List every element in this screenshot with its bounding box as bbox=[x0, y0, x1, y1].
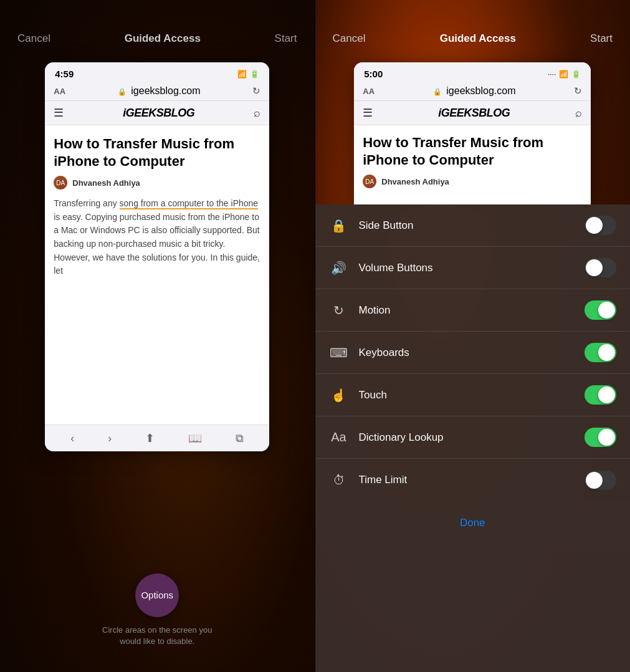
right-phone-mockup: 5:00 ···· 📶 🔋 AA 🔒 igeeksblog.com ↻ ☰ iG… bbox=[354, 62, 591, 204]
side-button-toggle[interactable] bbox=[585, 216, 616, 235]
left-author-avatar: DA bbox=[54, 176, 67, 190]
done-row: Done bbox=[315, 501, 631, 545]
dictionary-lookup-toggle-knob bbox=[598, 429, 615, 446]
right-wifi-icon: 📶 bbox=[559, 70, 568, 79]
right-phone-time: 5:00 bbox=[364, 69, 383, 79]
left-site-logo: iGEEKSBLOG bbox=[123, 107, 194, 120]
left-url: 🔒 igeeksblog.com bbox=[118, 85, 201, 97]
motion-icon: ↻ bbox=[329, 303, 349, 318]
time-limit-toggle-knob bbox=[586, 472, 603, 489]
right-address-bar: AA 🔒 igeeksblog.com ↻ bbox=[354, 82, 591, 101]
left-start-button[interactable]: Start bbox=[275, 32, 297, 45]
left-hamburger-icon[interactable]: ☰ bbox=[54, 106, 64, 120]
keyboards-icon: ⌨ bbox=[329, 345, 349, 360]
right-phone-content: How to Transfer Music from iPhone to Com… bbox=[354, 125, 591, 204]
dictionary-lookup-toggle[interactable] bbox=[585, 428, 616, 447]
left-search-icon[interactable]: ⌕ bbox=[254, 107, 260, 120]
right-hamburger-icon[interactable]: ☰ bbox=[363, 106, 373, 120]
left-address-bar: AA 🔒 igeeksblog.com ↻ bbox=[45, 82, 269, 101]
left-status-bar: 4:59 📶 🔋 bbox=[45, 62, 269, 82]
left-aa-button[interactable]: AA bbox=[54, 87, 65, 96]
settings-row-keyboards: ⌨Keyboards bbox=[315, 332, 631, 374]
right-author-avatar: DA bbox=[363, 175, 376, 188]
left-author-name: Dhvanesh Adhiya bbox=[72, 178, 140, 188]
touch-icon: ☝ bbox=[329, 388, 349, 403]
keyboards-toggle[interactable] bbox=[585, 343, 616, 362]
left-highlight-text: song from a computer to the iPhone bbox=[120, 198, 259, 209]
left-phone-content: How to Transfer Music from iPhone to Com… bbox=[45, 125, 269, 425]
left-lock-icon: 🔒 bbox=[118, 88, 126, 95]
settings-row-touch: ☝Touch bbox=[315, 374, 631, 416]
side-button-toggle-knob bbox=[586, 217, 603, 234]
settings-row-volume-buttons: 🔊Volume Buttons bbox=[315, 247, 631, 289]
left-nav-bar: ☰ iGEEKSBLOG ⌕ bbox=[45, 101, 269, 125]
right-aa-button[interactable]: AA bbox=[363, 87, 375, 96]
volume-buttons-toggle-knob bbox=[586, 259, 603, 276]
forward-icon[interactable]: › bbox=[108, 432, 112, 445]
settings-panel: 🔒Side Button🔊Volume Buttons↻Motion⌨Keybo… bbox=[315, 204, 631, 672]
left-author-row: DA Dhvanesh Adhiya bbox=[54, 176, 260, 190]
right-site-logo: iGEEKSBLOG bbox=[438, 107, 510, 120]
left-refresh-icon[interactable]: ↻ bbox=[252, 85, 260, 97]
left-bottom-area: Options Circle areas on the screen you w… bbox=[0, 574, 315, 647]
right-author-name: Dhvanesh Adhiya bbox=[381, 177, 449, 186]
volume-buttons-label: Volume Buttons bbox=[359, 262, 585, 274]
time-limit-label: Time Limit bbox=[359, 474, 585, 486]
right-battery-icon: 🔋 bbox=[571, 70, 581, 79]
right-author-row: DA Dhvanesh Adhiya bbox=[363, 175, 582, 188]
right-title: Guided Access bbox=[440, 32, 516, 45]
dictionary-lookup-label: Dictionary Lookup bbox=[359, 431, 585, 444]
right-cancel-button[interactable]: Cancel bbox=[333, 32, 366, 45]
left-cancel-button[interactable]: Cancel bbox=[17, 32, 50, 45]
share-icon[interactable]: ⬆ bbox=[145, 431, 155, 445]
left-hint-text: Circle areas on the screen you would lik… bbox=[95, 625, 219, 647]
left-status-icons: 📶 🔋 bbox=[237, 70, 259, 79]
touch-label: Touch bbox=[359, 389, 585, 401]
done-button[interactable]: Done bbox=[460, 517, 485, 529]
touch-toggle-knob bbox=[598, 386, 615, 403]
settings-row-motion: ↻Motion bbox=[315, 289, 631, 332]
keyboards-toggle-knob bbox=[598, 344, 615, 361]
volume-buttons-icon: 🔊 bbox=[329, 261, 349, 276]
battery-icon: 🔋 bbox=[250, 70, 259, 79]
side-button-icon: 🔒 bbox=[329, 218, 349, 233]
left-phone-toolbar: ‹ › ⬆ 📖 ⧉ bbox=[45, 425, 269, 451]
left-article-body: Transferring any song from a computer to… bbox=[54, 197, 260, 278]
back-icon[interactable]: ‹ bbox=[70, 432, 74, 445]
right-refresh-icon[interactable]: ↻ bbox=[574, 85, 582, 97]
right-search-icon[interactable]: ⌕ bbox=[575, 107, 582, 120]
left-title: Guided Access bbox=[125, 32, 201, 45]
left-header: Cancel Guided Access Start bbox=[0, 0, 315, 56]
keyboards-label: Keyboards bbox=[359, 347, 585, 359]
left-phone-time: 4:59 bbox=[55, 69, 74, 79]
motion-toggle-knob bbox=[598, 302, 615, 319]
right-status-bar: 5:00 ···· 📶 🔋 bbox=[354, 62, 591, 82]
dictionary-lookup-icon: Aa bbox=[329, 430, 349, 444]
settings-row-time-limit: ⏱Time Limit bbox=[315, 459, 631, 501]
volume-buttons-toggle[interactable] bbox=[585, 258, 616, 277]
bookmarks-icon[interactable]: 📖 bbox=[188, 431, 202, 445]
right-panel: Cancel Guided Access Start 5:00 ···· 📶 🔋… bbox=[315, 0, 631, 672]
touch-toggle[interactable] bbox=[585, 385, 616, 405]
time-limit-icon: ⏱ bbox=[329, 473, 349, 487]
left-article-title: How to Transfer Music from iPhone to Com… bbox=[54, 135, 260, 170]
wifi-icon: 📶 bbox=[237, 70, 247, 79]
right-start-button[interactable]: Start bbox=[590, 32, 613, 45]
settings-row-dictionary-lookup: AaDictionary Lookup bbox=[315, 416, 631, 459]
settings-row-side-button: 🔒Side Button bbox=[315, 204, 631, 247]
side-button-label: Side Button bbox=[359, 219, 585, 232]
motion-toggle[interactable] bbox=[585, 300, 616, 320]
motion-label: Motion bbox=[359, 304, 585, 317]
time-limit-toggle[interactable] bbox=[585, 471, 616, 490]
right-header: Cancel Guided Access Start bbox=[315, 0, 631, 56]
right-status-icons: ···· 📶 🔋 bbox=[548, 70, 581, 79]
options-button[interactable]: Options bbox=[135, 574, 179, 617]
right-article-title: How to Transfer Music from iPhone to Com… bbox=[363, 134, 582, 168]
left-panel: Cancel Guided Access Start 4:59 📶 🔋 AA 🔒… bbox=[0, 0, 315, 672]
right-lock-icon: 🔒 bbox=[433, 88, 442, 95]
right-url: 🔒 igeeksblog.com bbox=[433, 85, 516, 97]
right-nav-bar: ☰ iGEEKSBLOG ⌕ bbox=[354, 101, 591, 125]
options-row: Options bbox=[135, 574, 179, 617]
right-signal-icon: ···· bbox=[548, 70, 556, 79]
tabs-icon[interactable]: ⧉ bbox=[236, 432, 244, 445]
